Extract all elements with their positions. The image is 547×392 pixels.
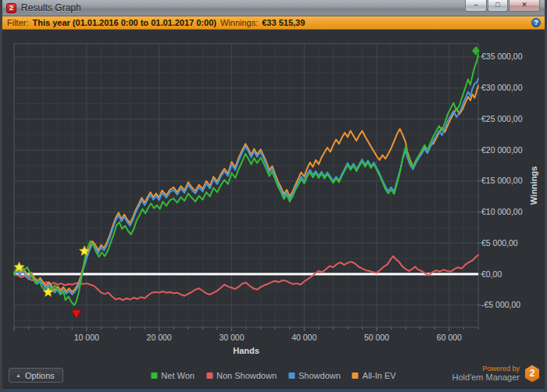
window-controls: – □ ✕	[464, 0, 540, 12]
x-tick-label: 30 000	[219, 333, 244, 342]
app-icon: 2	[6, 3, 16, 13]
x-tick-label: 40 000	[291, 333, 316, 342]
y-tick-label: -€5 000,00	[481, 300, 520, 309]
branding: Powered by Hold'em Manager 2	[452, 365, 540, 383]
filter-bar[interactable]: Filter: This year (01.01.2016 0:00 to 01…	[2, 16, 545, 30]
legend-swatch-icon	[352, 372, 359, 379]
window-title: Results Graph	[21, 2, 81, 13]
hm2-badge-icon: 2	[524, 365, 540, 382]
legend-swatch-icon	[288, 372, 295, 379]
chart-legend: Net WonNon ShowdownShowdownAll-In EV	[151, 371, 395, 380]
winnings-label: Winnings:	[220, 18, 258, 27]
options-button[interactable]: ▲ Options	[9, 368, 63, 383]
x-tick-label: 50 000	[364, 333, 389, 342]
y-axis-title: Winnings	[529, 166, 538, 205]
close-button[interactable]: ✕	[509, 0, 540, 12]
options-button-label: Options	[25, 371, 55, 380]
legend-swatch-icon	[151, 372, 157, 379]
window-bottom-frame	[2, 387, 545, 392]
legend-item-net-won[interactable]: Net Won	[151, 371, 195, 380]
brand-name-label: Hold'em Manager	[452, 372, 520, 383]
filter-range: This year (01.01.2016 0:00 to 01.01.2017…	[33, 18, 216, 27]
legend-label: All-In EV	[363, 371, 396, 380]
legend-label: Net Won	[161, 371, 195, 380]
legend-item-non-showdown[interactable]: Non Showdown	[206, 371, 277, 380]
results-graph-window: 2 Results Graph – □ ✕ Filter: This year …	[0, 0, 547, 392]
y-tick-label: €25 000,00	[481, 114, 523, 123]
results-chart: 10 00020 00030 00040 00050 00060 000Hand…	[2, 30, 545, 363]
x-tick-label: 60 000	[437, 333, 462, 342]
legend-label: Showdown	[299, 371, 341, 380]
y-tick-label: €0,00	[481, 269, 502, 279]
legend-item-showdown[interactable]: Showdown	[288, 371, 341, 380]
bottom-bar: ▲ Options Net WonNon ShowdownShowdownAll…	[2, 363, 545, 387]
x-tick-label: 20 000	[147, 333, 172, 342]
triangle-down-marker[interactable]	[72, 310, 81, 319]
y-tick-label: €20 000,00	[481, 145, 523, 155]
powered-by-label: Powered by	[452, 365, 520, 372]
legend-label: Non Showdown	[216, 371, 277, 380]
y-tick-label: €5 000,00	[481, 238, 518, 248]
filter-label: Filter:	[7, 18, 29, 27]
y-tick-label: €30 000,00	[481, 83, 523, 92]
legend-item-all-in-ev[interactable]: All-In EV	[352, 371, 396, 380]
chart-panel: 10 00020 00030 00040 00050 00060 000Hand…	[2, 30, 545, 363]
y-tick-label: €15 000,00	[481, 176, 523, 185]
legend-swatch-icon	[206, 372, 213, 379]
x-axis-title: Hands	[233, 346, 259, 355]
y-tick-label: €35 000,00	[481, 52, 523, 61]
help-icon[interactable]: ?	[531, 18, 541, 27]
y-tick-label: €10 000,00	[481, 207, 523, 216]
minimize-button[interactable]: –	[465, 0, 487, 12]
chevron-up-icon: ▲	[16, 372, 21, 378]
winnings-value: €33 515,39	[262, 18, 305, 27]
title-bar[interactable]: 2 Results Graph – □ ✕	[2, 0, 545, 16]
x-tick-label: 10 000	[74, 333, 99, 342]
maximize-button[interactable]: □	[488, 0, 508, 12]
